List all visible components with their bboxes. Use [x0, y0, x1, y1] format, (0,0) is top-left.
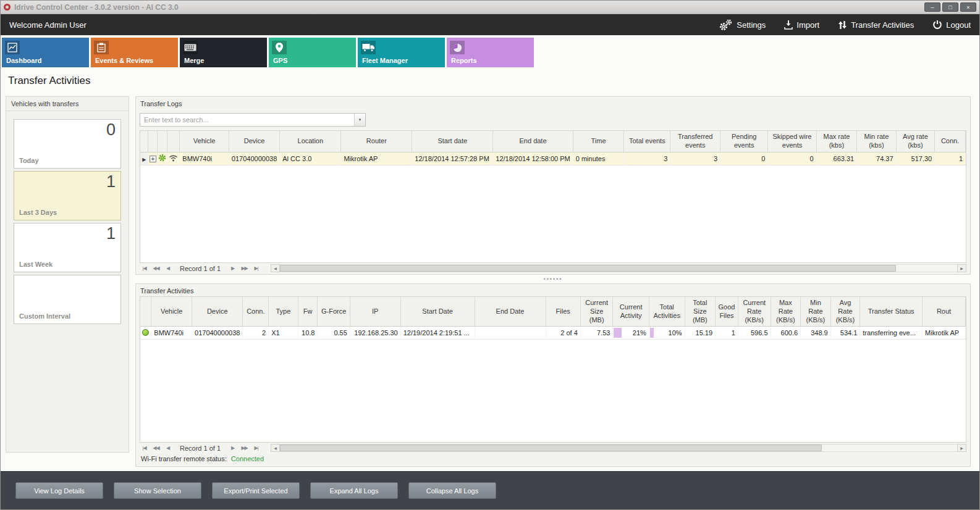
scrollbar-thumb[interactable] [280, 265, 896, 272]
scroll-left-button[interactable]: ◀ [271, 264, 280, 272]
column-header-transfer-status[interactable]: Transfer Status [860, 297, 923, 327]
column-header-current-rate[interactable]: Current Rate (KB/s) [738, 297, 771, 327]
nav-tile-gps[interactable]: GPS [269, 38, 356, 67]
import-button[interactable]: Import [784, 20, 819, 30]
pager-next-button[interactable]: ▶ [228, 445, 237, 451]
column-header-min-rate[interactable]: Min rate (kbs) [857, 131, 896, 152]
column-header-current-activity[interactable]: Current Activity [613, 297, 649, 327]
nav-tile-fleet-manager[interactable]: Fleet Manager [358, 38, 445, 67]
column-header-location[interactable]: Location [280, 131, 341, 152]
scroll-left-button[interactable]: ◀ [271, 444, 280, 452]
scrollbar-track[interactable] [280, 264, 957, 272]
column-header-status [140, 297, 151, 327]
logs-pager: |◀ ◀◀ ◀ Record 1 of 1 ▶ ▶▶ ▶| ◀ ▶ [136, 263, 970, 274]
search-input[interactable] [140, 114, 354, 126]
column-header-min-rate[interactable]: Min Rate (KB/s) [801, 297, 831, 327]
scroll-right-button[interactable]: ▶ [957, 444, 966, 452]
column-header-device[interactable]: Device [192, 297, 243, 327]
combo-dropdown-icon[interactable]: ▼ [354, 114, 365, 126]
merge-icon [183, 41, 198, 54]
column-header-avg-rate[interactable]: Avg rate (kbs) [896, 131, 935, 152]
column-header-ip[interactable]: IP [350, 297, 400, 327]
pager-fast-prev-button[interactable]: ◀◀ [151, 445, 161, 451]
logout-button[interactable]: Logout [932, 20, 971, 30]
pager-first-button[interactable]: |◀ [140, 445, 149, 451]
collapse-all-logs-button[interactable]: Collapse All Logs [408, 482, 496, 499]
column-header-router[interactable]: Router [341, 131, 412, 152]
pager-fast-next-button[interactable]: ▶▶ [240, 265, 249, 271]
column-header-end-date[interactable]: End Date [475, 297, 546, 327]
column-header-total-activities[interactable]: Total Activities [649, 297, 685, 327]
expand-icon[interactable]: + [148, 152, 158, 165]
column-header-avg-rate[interactable]: Avg Rate (KB/s) [830, 297, 860, 327]
nav-tile-events-reviews[interactable]: Events & Reviews [91, 38, 178, 67]
expand-all-logs-button[interactable]: Expand All Logs [310, 482, 398, 499]
column-header-vehicle[interactable]: Vehicle [151, 297, 192, 327]
show-selection-button[interactable]: Show Selection [114, 482, 201, 499]
grid-row[interactable]: ▶+BMW740i017040000038Al CC 3.0Mikrotik A… [140, 152, 966, 165]
pager-next-button[interactable]: ▶ [228, 265, 237, 271]
logout-icon [932, 20, 942, 30]
column-header-pending-events[interactable]: Pending events [720, 131, 768, 152]
transfer-activities-button[interactable]: Transfer Activities [838, 20, 914, 30]
column-header-time[interactable]: Time [573, 131, 623, 152]
footer-buttons: View Log DetailsShow SelectionExport/Pri… [15, 482, 496, 499]
maximize-button[interactable]: □ [942, 2, 958, 12]
column-header-start-date[interactable]: Start Date [400, 297, 475, 327]
column-header-conn[interactable]: Conn. [935, 131, 966, 152]
column-header-total-size[interactable]: Total Size (MB) [685, 297, 716, 327]
pager-first-button[interactable]: |◀ [140, 265, 149, 271]
grid-row[interactable]: BMW740i0170400000382X110.80.55192.168.25… [140, 327, 966, 340]
interval-card-last-week[interactable]: 1Last Week [14, 223, 121, 272]
close-button[interactable]: × [960, 2, 976, 12]
interval-card-today[interactable]: 0Today [14, 119, 121, 169]
column-header-start-date[interactable]: Start date [412, 131, 493, 152]
column-header-type[interactable]: Type [269, 297, 298, 327]
progress-cell-current-activity: 21% [613, 327, 649, 340]
interval-card-custom-interval[interactable]: Custom Interval [14, 275, 121, 324]
panel-splitter[interactable]: •••••• [135, 275, 971, 283]
reports-icon [450, 41, 465, 54]
column-header-conn[interactable]: Conn. [243, 297, 269, 327]
nav-tile-reports[interactable]: Reports [447, 38, 534, 67]
pager-fast-prev-button[interactable]: ◀◀ [151, 265, 161, 271]
pager-last-button[interactable]: ▶| [251, 445, 261, 451]
column-header-total-events[interactable]: Total events [624, 131, 670, 152]
column-header-router[interactable]: Rout [923, 297, 966, 327]
row-arrow-icon[interactable]: ▶ [140, 152, 148, 165]
pager-record-label: Record 1 of 1 [180, 265, 221, 272]
column-header-row-indicator [140, 131, 148, 152]
nav-tile-merge[interactable]: Merge [180, 38, 267, 67]
green-dot-icon [140, 327, 151, 340]
card-label: Custom Interval [19, 312, 70, 320]
scroll-right-button[interactable]: ▶ [957, 264, 966, 272]
minimize-button[interactable]: – [924, 2, 940, 12]
view-log-details-button[interactable]: View Log Details [15, 482, 103, 499]
column-header-current-size[interactable]: Current Size (MB) [580, 297, 613, 327]
column-header-fw[interactable]: Fw [298, 297, 318, 327]
card-label: Last Week [19, 261, 53, 268]
column-header-skipped-wire-events[interactable]: Skipped wire events [768, 131, 816, 152]
export-print-selected-button[interactable]: Export/Print Selected [212, 482, 300, 499]
column-header-max-rate[interactable]: Max Rate (KB/s) [771, 297, 801, 327]
settings-button[interactable]: Settings [718, 19, 766, 31]
column-header-vehicle[interactable]: Vehicle [180, 131, 229, 152]
transfer-activities-panel: Transfer Activities VehicleDeviceConn.Ty… [135, 283, 971, 467]
column-header-files[interactable]: Files [546, 297, 580, 327]
column-header-max-rate[interactable]: Max rate (kbs) [816, 131, 857, 152]
nav-tile-dashboard[interactable]: Dashboard [2, 38, 89, 67]
pager-prev-button[interactable]: ◀ [163, 265, 172, 271]
scrollbar-track[interactable] [280, 444, 957, 452]
scrollbar-thumb[interactable] [280, 445, 822, 451]
column-header-device[interactable]: Device [229, 131, 279, 152]
column-header-good-files[interactable]: Good Files [716, 297, 738, 327]
column-header-g-force[interactable]: G-Force [318, 297, 350, 327]
cell-location: Al CC 3.0 [280, 152, 341, 165]
pager-last-button[interactable]: ▶| [251, 265, 261, 271]
column-header-end-date[interactable]: End date [493, 131, 573, 152]
pager-prev-button[interactable]: ◀ [163, 445, 172, 451]
cell-ip: 192.168.25.30 [350, 327, 400, 340]
column-header-transferred-events[interactable]: Transferred events [670, 131, 720, 152]
pager-fast-next-button[interactable]: ▶▶ [240, 445, 249, 451]
interval-card-last-3-days[interactable]: 1Last 3 Days [14, 171, 121, 220]
